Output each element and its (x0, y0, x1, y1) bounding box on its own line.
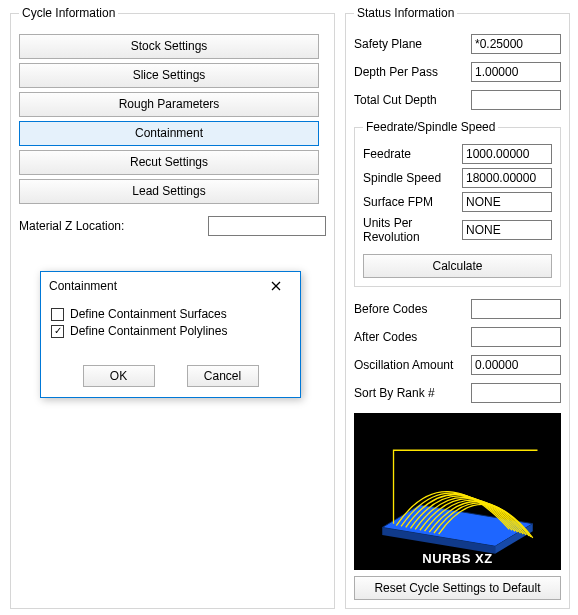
safety-plane-label: Safety Plane (354, 37, 471, 51)
dialog-button-row: OK Cancel (41, 357, 300, 397)
feedrate-row: Feedrate (363, 144, 552, 164)
recut-settings-button[interactable]: Recut Settings (19, 150, 319, 175)
safety-plane-row: Safety Plane (354, 34, 561, 54)
cycle-info-legend: Cycle Information (19, 6, 118, 20)
lead-settings-button[interactable]: Lead Settings (19, 179, 319, 204)
define-polylines-label: Define Containment Polylines (70, 324, 227, 338)
oscillation-label: Oscillation Amount (354, 358, 471, 372)
checkbox-icon: ✓ (51, 325, 64, 338)
feedrate-label: Feedrate (363, 147, 462, 161)
material-z-label: Material Z Location: (19, 219, 208, 233)
oscillation-input[interactable] (471, 355, 561, 375)
cancel-button[interactable]: Cancel (187, 365, 259, 387)
after-codes-row: After Codes (354, 327, 561, 347)
units-per-rev-label: Units Per Revolution (363, 216, 462, 244)
before-codes-input[interactable] (471, 299, 561, 319)
after-codes-label: After Codes (354, 330, 471, 344)
surface-fpm-label: Surface FPM (363, 195, 462, 209)
depth-per-pass-row: Depth Per Pass (354, 62, 561, 82)
define-surfaces-checkbox[interactable]: Define Containment Surfaces (51, 307, 290, 321)
after-codes-input[interactable] (471, 327, 561, 347)
status-info-legend: Status Information (354, 6, 457, 20)
feedrate-input[interactable] (462, 144, 552, 164)
containment-button[interactable]: Containment (19, 121, 319, 146)
containment-dialog: Containment Define Containment Surfaces … (40, 271, 301, 398)
nurbs-preview-icon (354, 413, 561, 570)
status-info-panel: Status Information Safety Plane Depth Pe… (345, 0, 578, 615)
spindle-speed-label: Spindle Speed (363, 171, 462, 185)
rough-parameters-button[interactable]: Rough Parameters (19, 92, 319, 117)
feedrate-spindle-legend: Feedrate/Spindle Speed (363, 120, 498, 134)
reset-cycle-button[interactable]: Reset Cycle Settings to Default (354, 576, 561, 600)
material-z-row: Material Z Location: (19, 216, 326, 236)
oscillation-row: Oscillation Amount (354, 355, 561, 375)
surface-fpm-row: Surface FPM (363, 192, 552, 212)
preview-image: NURBS XZ (354, 413, 561, 570)
sort-rank-row: Sort By Rank # (354, 383, 561, 403)
total-cut-depth-label: Total Cut Depth (354, 93, 471, 107)
checkbox-icon (51, 308, 64, 321)
slice-settings-button[interactable]: Slice Settings (19, 63, 319, 88)
preview-caption: NURBS XZ (354, 551, 561, 566)
feedrate-spindle-group: Feedrate/Spindle Speed Feedrate Spindle … (354, 120, 561, 287)
safety-plane-input[interactable] (471, 34, 561, 54)
calculate-button[interactable]: Calculate (363, 254, 552, 278)
stock-settings-button[interactable]: Stock Settings (19, 34, 319, 59)
total-cut-depth-input[interactable] (471, 90, 561, 110)
total-cut-depth-row: Total Cut Depth (354, 90, 561, 110)
spindle-speed-input[interactable] (462, 168, 552, 188)
depth-per-pass-input[interactable] (471, 62, 561, 82)
sort-rank-input[interactable] (471, 383, 561, 403)
close-icon (271, 281, 281, 291)
define-surfaces-label: Define Containment Surfaces (70, 307, 227, 321)
material-z-input[interactable] (208, 216, 326, 236)
sort-rank-label: Sort By Rank # (354, 386, 471, 400)
ok-button[interactable]: OK (83, 365, 155, 387)
dialog-titlebar: Containment (41, 272, 300, 300)
dialog-title-text: Containment (49, 279, 260, 293)
surface-fpm-input[interactable] (462, 192, 552, 212)
before-codes-label: Before Codes (354, 302, 471, 316)
units-per-rev-input[interactable] (462, 220, 552, 240)
dialog-close-button[interactable] (260, 275, 292, 297)
dialog-body: Define Containment Surfaces ✓ Define Con… (41, 300, 300, 357)
define-polylines-checkbox[interactable]: ✓ Define Containment Polylines (51, 324, 290, 338)
before-codes-row: Before Codes (354, 299, 561, 319)
depth-per-pass-label: Depth Per Pass (354, 65, 471, 79)
spindle-speed-row: Spindle Speed (363, 168, 552, 188)
status-info-group: Status Information Safety Plane Depth Pe… (345, 6, 570, 609)
units-per-rev-row: Units Per Revolution (363, 216, 552, 244)
